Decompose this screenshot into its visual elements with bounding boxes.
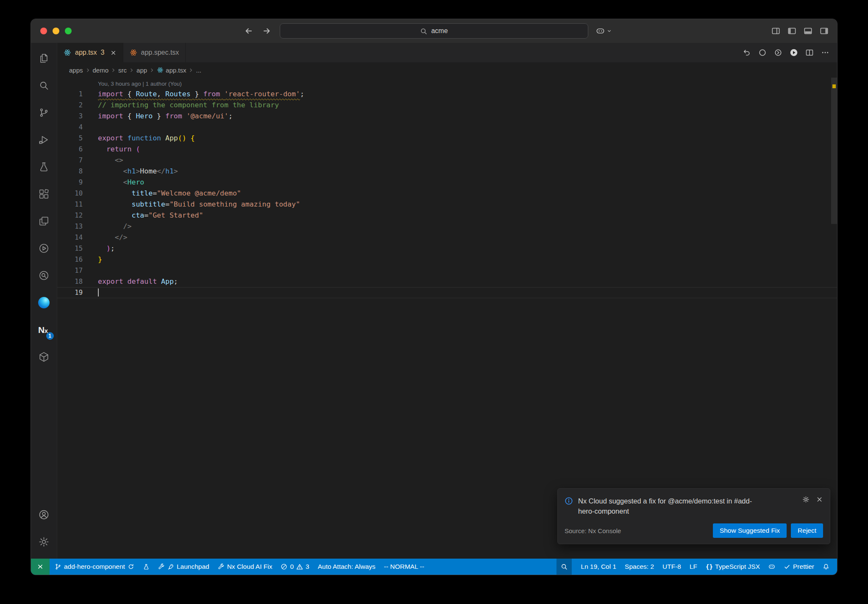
status-notifications-bell[interactable] <box>818 559 834 575</box>
toggle-secondary-sidebar-icon[interactable] <box>820 27 829 36</box>
activity-item-nx-console[interactable] <box>31 235 57 262</box>
breadcrumb-separator-icon <box>149 67 155 73</box>
settings-icon <box>38 536 50 548</box>
activity-item-testing[interactable] <box>31 153 57 180</box>
code-line-5[interactable]: 5export function App() { <box>57 133 837 144</box>
command-center[interactable]: acme <box>280 23 588 39</box>
code-line-4[interactable]: 4 <box>57 122 837 133</box>
status-launchpad[interactable]: Launchpad <box>154 559 214 575</box>
status-language-mode[interactable]: {}TypeScript JSX <box>701 559 764 575</box>
copilot-menu[interactable] <box>596 27 612 36</box>
editor[interactable]: You, 3 hours ago | 1 author (You) 1impor… <box>57 78 837 559</box>
forward-icon[interactable] <box>262 27 271 36</box>
testing-icon <box>38 161 50 173</box>
activity-item-explorer[interactable] <box>31 45 57 72</box>
notification-close-icon[interactable] <box>816 496 823 503</box>
chevron-down-icon <box>606 28 612 34</box>
wrench-icon <box>158 563 165 570</box>
code-line-10[interactable]: 10 title="Welcmoe @acme/demo" <box>57 188 837 199</box>
reject-button[interactable]: Reject <box>791 523 823 538</box>
react-test-file-icon <box>130 49 137 56</box>
breadcrumb-item-...[interactable]: ... <box>196 67 201 74</box>
code-line-11[interactable]: 11 subtitle="Build something amazing tod… <box>57 199 837 210</box>
code-line-14[interactable]: 14 </> <box>57 232 837 243</box>
status-vim-mode[interactable]: -- NORMAL -- <box>380 559 428 575</box>
run-status-icon[interactable] <box>758 48 767 57</box>
minimize-window-button[interactable] <box>53 28 59 34</box>
activity-item-settings[interactable] <box>31 528 57 555</box>
code-line-6[interactable]: 6 return ( <box>57 144 837 155</box>
toggle-panel-icon[interactable] <box>804 27 812 36</box>
code-line-7[interactable]: 7 <> <box>57 155 837 166</box>
status-eol-sequence[interactable]: LF <box>685 559 701 575</box>
split-editor-icon[interactable] <box>805 48 814 57</box>
code-line-8[interactable]: 8 <h1>Home</h1> <box>57 166 837 177</box>
activity-item-extensions[interactable] <box>31 180 57 207</box>
close-window-button[interactable] <box>40 28 47 34</box>
dependencies-icon <box>38 351 50 363</box>
activity-item-source-control[interactable] <box>31 99 57 126</box>
status-label: UTF-8 <box>662 563 681 570</box>
code-line-18[interactable]: 18export default App; <box>57 276 837 287</box>
tab-app.spec.tsx[interactable]: app.spec.tsx <box>123 43 186 62</box>
code-line-12[interactable]: 12 cta="Get Started" <box>57 210 837 221</box>
status-git-branch[interactable]: add-hero-component <box>50 559 139 575</box>
status-cursor-position[interactable]: Ln 19, Col 1 <box>577 559 621 575</box>
more-actions-icon[interactable] <box>821 48 829 57</box>
back-icon[interactable] <box>244 27 253 36</box>
code-line-19[interactable]: 19 <box>57 287 837 298</box>
code-line-3[interactable]: 3import { Hero } from '@acme/ui'; <box>57 111 837 122</box>
activity-item-code-search[interactable] <box>31 262 57 289</box>
open-changes-icon[interactable] <box>743 48 751 57</box>
line-number: 15 <box>57 243 83 254</box>
copilot-icon <box>596 27 605 36</box>
breadcrumb-item-demo[interactable]: demo <box>93 67 109 74</box>
code-line-15[interactable]: 15 ); <box>57 243 837 254</box>
activity-item-dependencies[interactable] <box>31 343 57 370</box>
activity-item-accounts[interactable] <box>31 501 57 528</box>
tab-app.tsx[interactable]: app.tsx3 <box>57 43 123 62</box>
maximize-window-button[interactable] <box>65 28 72 34</box>
run-next-icon[interactable] <box>774 48 782 57</box>
react-file-icon <box>64 49 71 56</box>
status-nx-cloud-ai-fix[interactable]: Nx Cloud AI Fix <box>214 559 277 575</box>
toggle-sidebar-icon[interactable] <box>787 27 796 36</box>
code-line-13[interactable]: 13 /> <box>57 221 837 232</box>
status-formatter-prettier[interactable]: Prettier <box>779 559 818 575</box>
status-copilot-status[interactable] <box>764 559 779 575</box>
code-line-9[interactable]: 9 <Hero <box>57 177 837 188</box>
status-indentation[interactable]: Spaces: 2 <box>620 559 658 575</box>
code-line-17[interactable]: 17 <box>57 265 837 276</box>
activity-item-edge-browser[interactable] <box>31 289 57 316</box>
customize-layout-icon[interactable] <box>771 27 780 36</box>
vscode-window: acme Nx1 app.tsx3app.spec.tsx <box>31 19 837 575</box>
status-encoding[interactable]: UTF-8 <box>658 559 685 575</box>
activity-bar: Nx1 <box>31 43 57 559</box>
breadcrumb-item-src[interactable]: src <box>118 67 127 74</box>
breadcrumb-item-app.tsx[interactable]: app.tsx <box>157 67 186 74</box>
notification-settings-icon[interactable] <box>802 496 810 503</box>
status-auto-attach[interactable]: Auto Attach: Always <box>314 559 380 575</box>
activity-badge: 1 <box>46 332 54 340</box>
code-line-16[interactable]: 16} <box>57 254 837 265</box>
branch-icon <box>55 563 61 570</box>
code-line-2[interactable]: 2// importing the component from the lib… <box>57 100 837 111</box>
activity-item-search[interactable] <box>31 72 57 99</box>
breadcrumb-item-app[interactable]: app <box>136 67 147 74</box>
status-remote-indicator[interactable] <box>31 559 50 575</box>
line-number: 16 <box>57 254 83 265</box>
status-test-status[interactable] <box>139 559 154 575</box>
status-zoom-indicator[interactable] <box>556 559 572 575</box>
line-content <box>83 288 99 298</box>
breadcrumb-item-apps[interactable]: apps <box>69 67 83 74</box>
activity-item-nx[interactable]: Nx1 <box>31 316 57 343</box>
status-problems[interactable]: 03 <box>276 559 313 575</box>
run-file-icon[interactable] <box>790 48 798 57</box>
activity-item-run-and-debug[interactable] <box>31 126 57 153</box>
show-suggested-fix-button[interactable]: Show Suggested Fix <box>713 523 787 538</box>
activity-item-remote-explorer[interactable] <box>31 207 57 235</box>
scrollbar[interactable] <box>831 78 837 224</box>
close-tab-icon[interactable] <box>110 50 117 56</box>
code-line-1[interactable]: 1import { Route, Routes } from 'react-ro… <box>57 89 837 100</box>
window-controls <box>40 28 72 34</box>
